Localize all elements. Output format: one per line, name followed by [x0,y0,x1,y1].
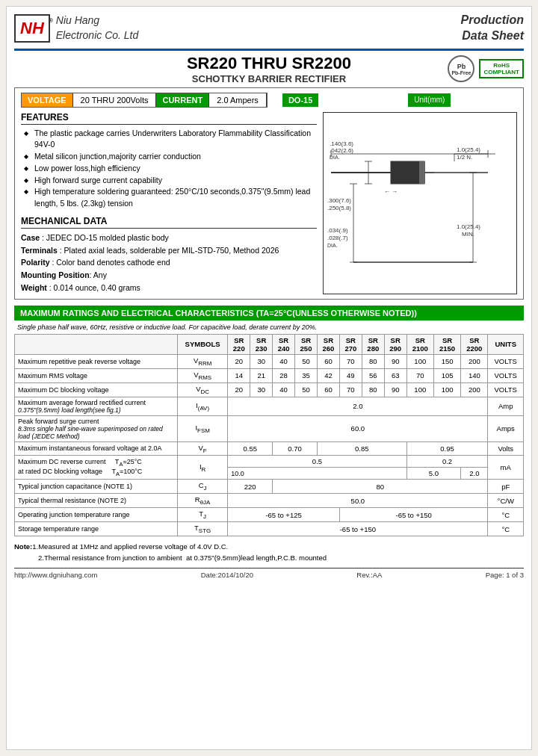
specs-unit-bar: VOLTAGE 20 THRU 200Volts CURRENT 2.0 Amp… [21,93,517,108]
unit-cell: °C/W [488,494,524,508]
unit-cell: Volts [488,441,524,456]
symbol-cell: VRMS [177,368,227,382]
svg-text:1.0(25.4): 1.0(25.4) [457,146,480,153]
table-row: Maximum instantaneous forward voltage at… [15,441,524,456]
feature-item: High temperature soldering guaranteed: 2… [24,186,317,210]
col-header-symbol: SYMBOLS [177,334,227,354]
voltage-label: VOLTAGE [22,93,72,107]
param-cell: Maximum instantaneous forward voltage at… [15,441,178,456]
svg-text:.300(7.6): .300(7.6) [327,197,351,204]
feature-item: High forward surge current capability [24,175,317,187]
col-header-sr220: SR220 [228,334,250,354]
title-row: SR220 THRU SR2200 SCHOTTKY BARRIER RECTI… [14,54,524,84]
logo-reg: ® [49,17,53,24]
notes-section: Note:1.Measured at 1MHz and applied reve… [14,541,524,563]
page: NH ® Niu Hang Electronic Co. Ltd Product… [6,6,532,750]
col-header-sr290: SR290 [384,334,406,354]
logo-area: NH ® Niu Hang Electronic Co. Ltd [14,13,138,43]
table-row: Peak forward surge current8.3ms single h… [15,415,524,441]
note-1: Note:1.Measured at 1MHz and applied reve… [14,541,524,552]
col-header-sr240: SR240 [273,334,295,354]
symbol-cell: TSTG [177,522,227,536]
symbol-cell: RθJA [177,494,227,508]
table-row: Typical junction capacitance (NOTE 1) CJ… [15,480,524,494]
current-value: 2.0 Ampers [208,93,267,107]
table-row: Maximum average forward rectified curren… [15,397,524,415]
col-header-sr2150: SR2150 [433,334,460,354]
feature-item: The plastic package carries Underwriters… [24,128,317,152]
symbol-cell: VDC [177,382,227,397]
param-cell: Maximum DC reverse current TA=25°Cat rat… [15,456,178,480]
symbol-cell: I(AV) [177,397,227,415]
col-header-units: UNITS [488,334,524,354]
characteristics-table: SYMBOLS SR220 SR230 SR240 SR250 SR260 SR… [14,334,524,536]
footer-website: http://www.dgniuhang.com [14,571,97,579]
header: NH ® Niu Hang Electronic Co. Ltd Product… [14,13,524,44]
svg-text:DIA.: DIA. [330,155,340,160]
main-title: SR220 THRU SR2200 [146,54,392,73]
col-header-sr2100: SR2100 [406,334,433,354]
param-cell: Maximum DC blocking voltage [15,382,178,397]
mechanical-title: MECHANICAL DATA [21,216,317,229]
col-header-sr280: SR280 [362,334,384,354]
title-section: SR220 THRU SR2200 SCHOTTKY BARRIER RECTI… [14,54,524,84]
symbol-cell: CJ [177,480,227,494]
footer-rev: Rev.:AA [356,571,382,579]
mech-mounting: Mounting Position: Any [21,269,317,282]
two-col: FEATURES The plastic package carries Und… [21,112,517,294]
mech-polarity: Polarity : Color band denotes cathode en… [21,256,317,269]
mech-weight: Weight : 0.014 ounce, 0.40 grams [21,282,317,294]
unit-cell: Amp [488,397,524,415]
svg-text:1.0(25.4): 1.0(25.4) [457,223,480,230]
symbol-cell: IFSM [177,415,227,441]
current-label: CURRENT [156,93,208,107]
footer-date: Date:2014/10/20 [201,571,253,579]
voltage-value: 20 THRU 200Volts [72,93,157,107]
symbol-cell: TJ [177,508,227,522]
symbol-cell: VRRM [177,354,227,368]
table-sub-note: Single phase half wave, 60Hz, resistive … [14,323,524,331]
param-cell: Typical thermal resistance (NOTE 2) [15,494,178,508]
logo: NH ® [14,14,50,43]
symbol-cell: IR [177,456,227,480]
param-cell: Maximum repetitive peak reverse voltage [15,354,178,368]
table-row: Maximum repetitive peak reverse voltage … [15,354,524,368]
do-label: DO-15 [282,93,318,107]
feature-list: The plastic package carries Underwriters… [21,128,317,210]
svg-text:.042(2.6): .042(2.6) [330,147,353,154]
specs-group: VOLTAGE 20 THRU 200Volts CURRENT 2.0 Amp… [21,93,268,108]
features-title: FEATURES [21,112,317,125]
content-box: VOLTAGE 20 THRU 200Volts CURRENT 2.0 Amp… [14,87,524,300]
unit-cell: VOLTS [488,382,524,397]
mechanical-section: MECHANICAL DATA Case : JEDEC DO-15 molde… [21,216,317,294]
footer-page: Page: 1 of 3 [486,571,524,579]
table-row: Operating junction temperature range TJ … [15,508,524,522]
svg-text:DIA.: DIA. [327,243,338,248]
col-header-sr270: SR270 [339,334,362,354]
max-ratings-bar: MAXIMUM RATINGS AND ELECTRICAL CHARACTER… [14,306,524,320]
sub-title: SCHOTTKY BARRIER RECTIFIER [146,73,392,84]
unit-cell: pF [488,480,524,494]
svg-text:.250(5.8): .250(5.8) [327,205,351,211]
unit-cell: VOLTS [488,354,524,368]
symbol-cell: VF [177,441,227,456]
table-row: Maximum DC reverse current TA=25°Cat rat… [15,456,524,468]
rohs-badge: RoHS COMPLIANT [479,59,524,78]
diagram-box: .140(3.6) .042(2.6) DIA. 1.0(25.4) 1/2 N… [323,112,517,294]
col-header-param [15,334,178,354]
svg-text:.028(.7): .028(.7) [327,235,348,241]
production-data-sheet: Production Data Sheet [461,13,524,44]
footer: http://www.dgniuhang.com Date:2014/10/20… [14,568,524,579]
company-name: Niu Hang Electronic Co. Ltd [56,13,139,43]
col-header-sr230: SR230 [250,334,273,354]
mech-case: Case : JEDEC DO-15 molded plastic body [21,232,317,244]
table-row: Maximum DC blocking voltage VDC 203040 5… [15,382,524,397]
svg-text:MIN.: MIN. [462,231,474,238]
col-header-sr260: SR260 [317,334,339,354]
left-col: FEATURES The plastic package carries Und… [21,112,317,294]
svg-text:←      →: ← → [384,188,398,195]
svg-rect-3 [419,161,425,184]
param-cell: Typical junction capacitance (NOTE 1) [15,480,178,494]
col-header-sr250: SR250 [295,334,318,354]
logo-text: NH [20,19,44,37]
